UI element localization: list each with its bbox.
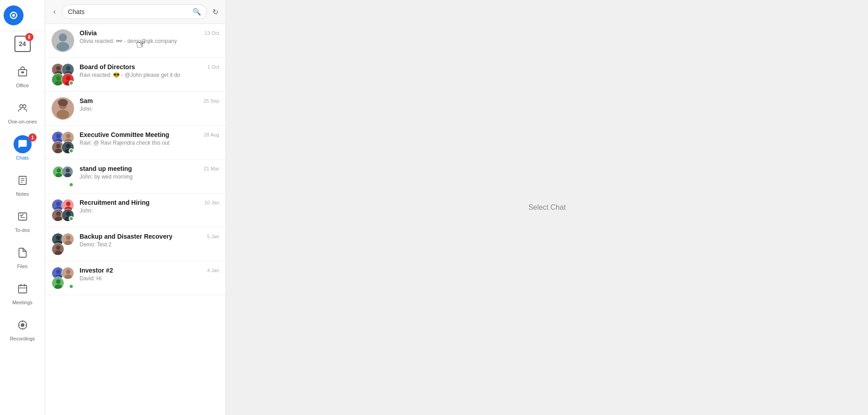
svg-point-27 [56,66,61,71]
calendar-button[interactable]: 24 8 [14,31,31,54]
chats-search-input[interactable] [68,8,189,15]
sidebar-label-recordings: Recordings [10,336,35,341]
svg-point-67 [56,212,61,216]
sidebar-item-recordings[interactable]: Recordings [0,311,45,347]
svg-point-41 [58,99,68,106]
sidebar-item-chats[interactable]: 1 Chats [0,130,45,166]
chat-name-standup: stand up meeting [80,165,132,172]
chat-item-recruitment[interactable]: Recruitment and Hiring 10 Jan John: [45,193,226,227]
chat-avatar-investor [52,267,74,289]
svg-rect-13 [19,285,27,293]
sidebar-label-notes: Notes [16,191,29,197]
chat-name-backup: Backup and Disaster Recovery [80,233,172,240]
svg-point-64 [66,202,71,206]
chats-panel: ‹ 🔍 ↻ ☞ [45,0,226,415]
online-indicator-recruitment [69,216,74,221]
svg-point-36 [66,76,71,80]
sidebar-item-todos[interactable]: To-dos [0,202,45,238]
chat-avatar-backup [52,233,74,255]
main-content: Select Chat [226,0,868,415]
calendar-badge-count: 8 [25,33,33,41]
svg-point-24 [59,33,67,42]
chat-date-backup: 5 Jan [207,234,219,239]
chat-content-olivia: Olivia 13 Oct Olivia reacted: 👓 - demo@q… [80,29,219,44]
svg-point-82 [56,269,61,274]
company-header[interactable] [0,0,45,31]
chat-date-sam: 25 Sep [203,98,219,104]
chats-back-button[interactable]: ‹ [51,7,58,17]
chat-preview-backup: Demo: Test 2 [80,241,219,248]
chats-badge: 1 [28,133,37,141]
sidebar-nav: Office One-on-ones 1 Chats [0,54,45,415]
chat-content-standup: stand up meeting 21 Mar John: by wed mor… [80,165,219,180]
chat-content-executive: Executive Committee Meeting 28 Aug Ravi:… [80,131,219,146]
chat-date-executive: 28 Aug [204,132,219,137]
chat-content-investor: Investor #2 4 Jan David: Hi [80,267,219,282]
chat-avatar-sam [52,97,74,120]
svg-point-6 [23,105,26,108]
svg-point-55 [57,169,61,173]
svg-point-5 [19,105,23,108]
sidebar-item-office[interactable]: Office [0,57,45,94]
office-icon [14,63,32,81]
sidebar-label-one-on-ones: One-on-ones [8,119,37,124]
chats-header: ‹ 🔍 ↻ [45,0,226,24]
chat-content-recruitment: Recruitment and Hiring 10 Jan John: [80,199,219,214]
chat-item-investor[interactable]: Investor #2 4 Jan David: Hi [45,261,226,295]
chat-preview-sam: John: [80,106,219,112]
one-on-ones-icon [14,99,32,117]
svg-point-33 [56,76,61,80]
sidebar-item-files[interactable]: Files [0,238,45,274]
chat-name-executive: Executive Committee Meeting [80,131,169,138]
chat-avatar-executive [52,131,74,154]
chat-item-sam[interactable]: Sam 25 Sep John: [45,92,226,126]
chats-list: Olivia 13 Oct Olivia reacted: 👓 - demo@q… [45,24,226,415]
sidebar-label-files: Files [17,264,28,269]
sidebar-item-notes[interactable]: Notes [0,166,45,202]
chat-preview-standup: John: by wed morning [80,174,219,180]
chat-name-recruitment: Recruitment and Hiring [80,199,150,206]
calendar-number: 24 [19,40,26,47]
chat-name-sam: Sam [80,97,93,104]
chat-date-board: 1 Oct [208,64,219,70]
chat-date-recruitment: 10 Jan [204,200,219,205]
sidebar-item-one-on-ones[interactable]: One-on-ones [0,94,45,130]
online-indicator-board [69,80,74,85]
chat-content-sam: Sam 25 Sep John: [80,97,219,112]
chats-refresh-button[interactable]: ↻ [211,6,220,18]
svg-point-88 [56,279,61,284]
svg-point-70 [66,212,71,216]
chat-date-investor: 4 Jan [207,268,219,273]
meetings-icon [14,280,32,298]
svg-point-85 [66,269,71,274]
chat-item-backup[interactable]: Backup and Disaster Recovery 5 Jan Demo:… [45,227,226,261]
chat-item-olivia[interactable]: Olivia 13 Oct Olivia reacted: 👓 - demo@q… [45,24,226,58]
chat-item-board[interactable]: Board of Directors 1 Oct Ravi reacted: 😎… [45,58,226,92]
chat-preview-olivia: Olivia reacted: 👓 - demo@qik.company [80,38,219,44]
svg-point-40 [57,110,69,119]
svg-point-61 [56,202,61,206]
svg-rect-4 [21,71,24,73]
recordings-icon [14,316,32,334]
chat-name-board: Board of Directors [80,63,135,71]
select-chat-label: Select Chat [528,203,566,212]
sidebar-item-meetings[interactable]: Meetings [0,274,45,311]
svg-point-52 [66,144,71,148]
online-indicator-investor [69,284,74,289]
chats-search-bar: 🔍 [62,5,207,19]
svg-point-58 [66,169,70,173]
chat-preview-executive: Ravi: @ Ravi Rajendra check this out [80,140,219,146]
svg-point-79 [56,245,61,250]
svg-point-2 [12,14,15,17]
sidebar-label-chats: Chats [16,155,29,160]
svg-point-43 [56,134,61,138]
chat-item-executive[interactable]: Executive Committee Meeting 28 Aug Ravi:… [45,126,226,160]
online-indicator-executive [69,148,74,153]
svg-point-73 [56,236,61,240]
chat-date-standup: 21 Mar [204,166,219,171]
chat-content-board: Board of Directors 1 Oct Ravi reacted: 😎… [80,63,219,78]
todos-icon [14,208,32,226]
chat-name-investor: Investor #2 [80,267,113,274]
chat-avatar-recruitment [52,199,74,222]
chat-item-standup[interactable]: stand up meeting 21 Mar John: by wed mor… [45,160,226,193]
